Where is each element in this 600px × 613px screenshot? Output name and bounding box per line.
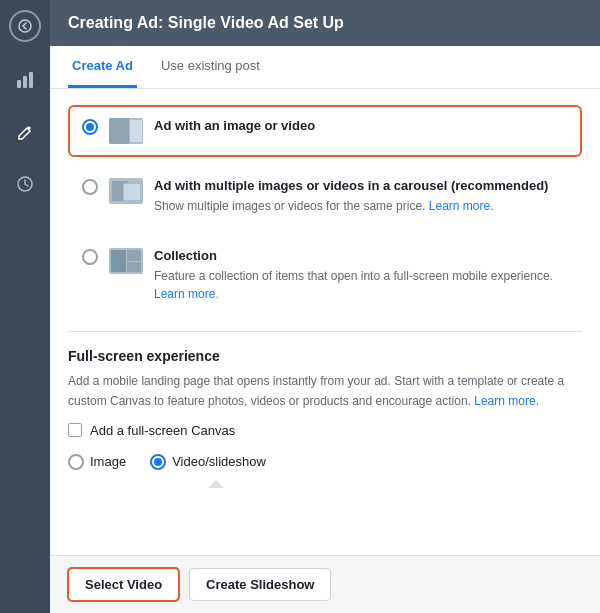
sidebar — [0, 0, 50, 613]
icon-collection-ad — [108, 247, 144, 275]
tab-create-ad[interactable]: Create Ad — [68, 46, 137, 88]
triangle-indicator — [68, 480, 582, 488]
media-type-row: Image Video/slideshow — [68, 454, 582, 470]
canvas-checkbox[interactable] — [68, 423, 82, 437]
media-radio-video[interactable] — [150, 454, 166, 470]
chart-icon[interactable] — [11, 66, 39, 94]
ad-option-collection[interactable]: Collection Feature a collection of items… — [68, 235, 582, 315]
icon-single-ad — [108, 117, 144, 145]
radio-single[interactable] — [82, 119, 98, 135]
media-label-image: Image — [90, 454, 126, 469]
create-slideshow-button[interactable]: Create Slideshow — [189, 568, 331, 601]
ad-option-single[interactable]: Ad with an image or video — [68, 105, 582, 157]
select-video-button[interactable]: Select Video — [68, 568, 179, 601]
triangle-icon — [208, 480, 224, 488]
option-collection-title: Collection — [154, 247, 568, 265]
media-radio-image[interactable] — [68, 454, 84, 470]
collection-learn-more-link[interactable]: Learn more — [154, 287, 215, 301]
app-container: Creating Ad: Single Video Ad Set Up Crea… — [0, 0, 600, 613]
radio-carousel[interactable] — [82, 179, 98, 195]
main-content: Creating Ad: Single Video Ad Set Up Crea… — [50, 0, 600, 613]
carousel-learn-more-link[interactable]: Learn more — [429, 199, 490, 213]
option-single-title: Ad with an image or video — [154, 117, 568, 135]
option-collection-desc: Feature a collection of items that open … — [154, 267, 568, 303]
full-screen-learn-more-link[interactable]: Learn more. — [474, 394, 539, 408]
ad-option-carousel[interactable]: Ad with multiple images or videos in a c… — [68, 165, 582, 227]
canvas-checkbox-row: Add a full-screen Canvas — [68, 423, 582, 438]
svg-rect-2 — [23, 76, 27, 88]
header: Creating Ad: Single Video Ad Set Up — [50, 0, 600, 46]
svg-point-0 — [19, 20, 31, 32]
full-screen-title: Full-screen experience — [68, 348, 582, 364]
back-icon[interactable] — [9, 10, 41, 42]
media-option-video[interactable]: Video/slideshow — [150, 454, 266, 470]
content-area: Ad with an image or video Ad with multip… — [50, 89, 600, 555]
svg-rect-3 — [29, 72, 33, 88]
bottom-bar: Select Video Create Slideshow — [50, 555, 600, 613]
header-title: Creating Ad: Single Video Ad Set Up — [68, 14, 344, 31]
pencil-icon[interactable] — [11, 118, 39, 146]
tab-use-existing-post[interactable]: Use existing post — [157, 46, 264, 88]
media-option-image[interactable]: Image — [68, 454, 126, 470]
full-screen-desc: Add a mobile landing page that opens ins… — [68, 372, 582, 410]
option-carousel-desc: Show multiple images or videos for the s… — [154, 197, 568, 215]
svg-rect-1 — [17, 80, 21, 88]
option-carousel-title: Ad with multiple images or videos in a c… — [154, 177, 568, 195]
media-label-video: Video/slideshow — [172, 454, 266, 469]
clock-icon[interactable] — [11, 170, 39, 198]
icon-carousel-ad — [108, 177, 144, 205]
canvas-checkbox-label: Add a full-screen Canvas — [90, 423, 235, 438]
tabs: Create Ad Use existing post — [50, 46, 600, 89]
radio-collection[interactable] — [82, 249, 98, 265]
full-screen-section: Full-screen experience Add a mobile land… — [68, 331, 582, 487]
